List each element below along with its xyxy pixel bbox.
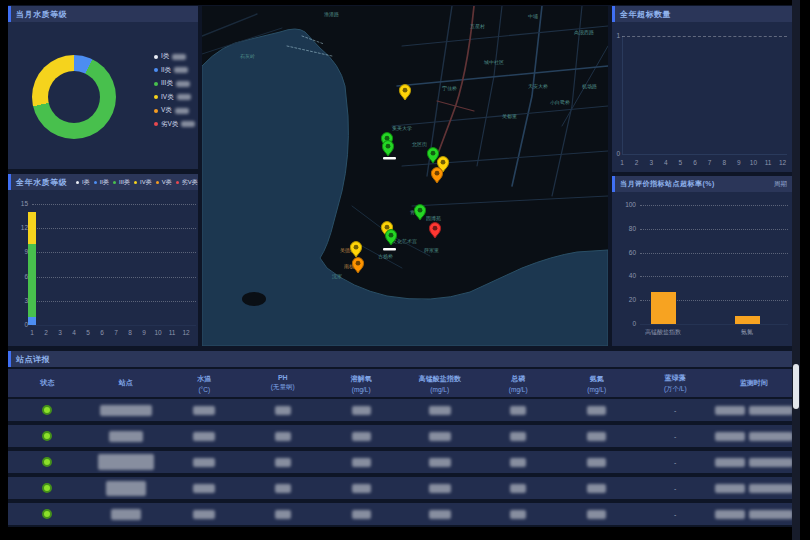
cell-PH	[244, 510, 323, 519]
cell-站点	[87, 481, 166, 496]
y-tick-100: 100	[614, 201, 636, 208]
masked-time	[749, 484, 793, 493]
masked-value	[429, 484, 451, 493]
x-tick-12: 12	[180, 329, 192, 336]
masked-value	[193, 484, 215, 493]
bar-1-III类	[28, 244, 36, 317]
map-label: 天安大桥	[528, 83, 548, 89]
column-header-站点: 站点	[87, 378, 166, 388]
masked-value	[429, 458, 451, 467]
column-name: 监测时间	[740, 378, 768, 388]
map-label: 高浪西路	[574, 29, 594, 36]
masked-time	[749, 458, 793, 467]
x-tick-5: 5	[82, 329, 94, 336]
cell-蓝绿藻: -	[636, 407, 715, 414]
column-name: 总磷	[511, 374, 525, 384]
masked-value	[429, 406, 451, 415]
rate-bar-高锰酸盐指数	[651, 292, 676, 324]
status-indicator-green	[42, 509, 52, 519]
x-tick-5: 5	[674, 159, 686, 166]
x-tick-3: 3	[54, 329, 66, 336]
table-row[interactable]: -	[8, 477, 793, 499]
masked-time	[749, 510, 793, 519]
table-row[interactable]: -	[8, 451, 793, 473]
column-name: 水温	[197, 374, 211, 384]
masked-value	[587, 432, 606, 441]
masked-value	[510, 406, 526, 415]
cell-站点	[87, 405, 166, 416]
page-scrollbar-thumb[interactable]	[793, 364, 799, 409]
column-header-蓝绿藻: 蓝绿藻(万个/L)	[636, 373, 715, 394]
y-tick-1: 1	[614, 32, 620, 39]
x-tick-9: 9	[733, 159, 745, 166]
cell-监测时间	[715, 510, 794, 519]
cell-总磷	[479, 458, 558, 467]
cell-氨氮	[558, 484, 637, 493]
cell-PH	[244, 458, 323, 467]
masked-value	[587, 510, 606, 519]
cell-高锰酸盐指数	[401, 484, 480, 493]
y-tick-80: 80	[614, 225, 636, 232]
x-tick-7: 7	[704, 159, 716, 166]
masked-time	[749, 406, 793, 415]
cell-溶解氧	[322, 510, 401, 519]
page-scrollbar-track[interactable]	[792, 0, 800, 540]
map-label: 园博苑	[426, 215, 441, 222]
masked-station-name	[106, 481, 146, 496]
x-tick-10: 10	[747, 159, 759, 166]
column-name: 站点	[119, 378, 133, 388]
masked-legend-value	[175, 108, 189, 114]
masked-value	[510, 432, 526, 441]
masked-station-name	[98, 454, 154, 470]
selected-station-marker	[383, 248, 396, 251]
cell-水温	[165, 484, 244, 493]
x-tick-1: 1	[616, 159, 628, 166]
x-tick-8: 8	[718, 159, 730, 166]
cell-氨氮	[558, 458, 637, 467]
masked-date	[715, 458, 745, 467]
cell-溶解氧	[322, 458, 401, 467]
cell-溶解氧	[322, 432, 401, 441]
city-map[interactable]: 石灰岭渔港路中埔五星村高浪西路城中社区宁佳桥天安大桥机场路小白鹭桥吴都里集美大学…	[202, 6, 608, 346]
status-indicator-green	[42, 405, 52, 415]
table-row[interactable]: -	[8, 425, 793, 447]
map-island	[242, 292, 266, 306]
cell-总磷	[479, 510, 558, 519]
masked-value	[275, 484, 291, 493]
cell-蓝绿藻: -	[636, 459, 715, 466]
cell-PH	[244, 432, 323, 441]
x-tick-11: 11	[762, 159, 774, 166]
masked-value	[587, 458, 606, 467]
column-header-PH: PH(无量纲)	[244, 374, 323, 392]
header-accent	[8, 6, 11, 22]
masked-value	[587, 484, 606, 493]
column-header-监测时间: 监测时间	[715, 378, 794, 388]
cell-总磷	[479, 406, 558, 415]
panel-station-report: 站点详报 状态站点水温(°C)PH(无量纲)溶解氧(mg/L)高锰酸盐指数(mg…	[8, 351, 793, 526]
masked-value	[275, 510, 291, 519]
x-label-氨氮: 氨氮	[717, 328, 777, 337]
y-tick-20: 20	[614, 296, 636, 303]
cell-总磷	[479, 432, 558, 441]
cell-氨氮	[558, 406, 637, 415]
table-body: -----	[8, 399, 793, 529]
legend-dot	[154, 55, 158, 59]
masked-time	[749, 432, 793, 441]
map-label: 北区街	[412, 141, 427, 148]
table-row[interactable]: -	[8, 399, 793, 421]
map-label: 薛家里	[424, 247, 439, 253]
panel-title: 站点详报	[16, 354, 50, 365]
table-row[interactable]: -	[8, 503, 793, 525]
map-label: 中埔	[528, 13, 538, 19]
cell-溶解氧	[322, 406, 401, 415]
masked-value	[193, 406, 215, 415]
x-tick-2: 2	[40, 329, 52, 336]
column-unit: (mg/L)	[509, 386, 528, 393]
legend-label: V类	[161, 106, 172, 115]
x-label-高锰酸盐指数: 高锰酸盐指数	[633, 328, 693, 337]
masked-date	[715, 406, 745, 415]
gridline-3	[32, 301, 196, 302]
x-tick-3: 3	[645, 159, 657, 166]
x-tick-6: 6	[689, 159, 701, 166]
panel-year-exceed: 全年超标数量 10123456789101112	[612, 6, 793, 172]
